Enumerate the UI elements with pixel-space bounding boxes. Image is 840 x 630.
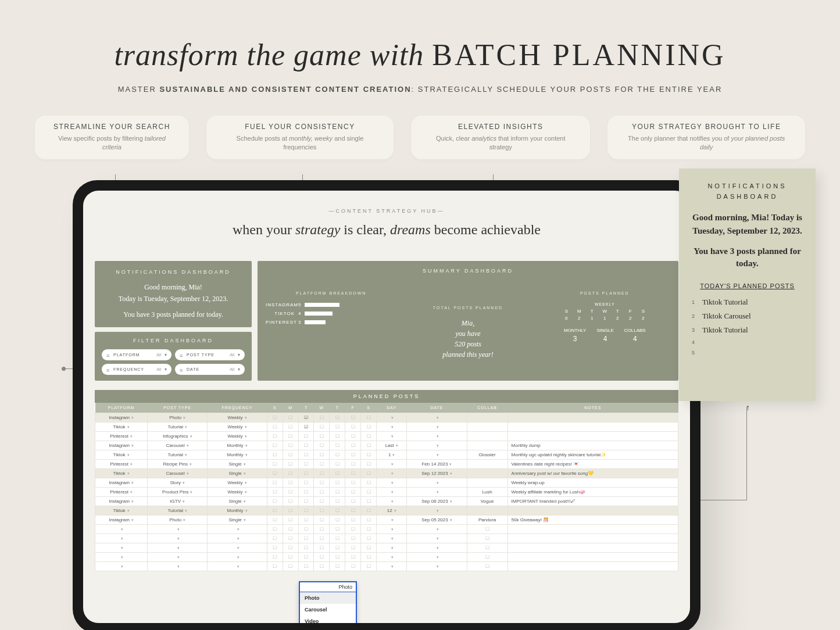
tablet-frame: —CONTENT STRATEGY HUB— when your strateg… (73, 180, 700, 630)
connector-dot (62, 367, 66, 371)
table-row[interactable]: InstagramStoryWeeklyWeekly wrap-up (95, 478, 678, 487)
dropdown-option[interactable]: Video (300, 615, 356, 623)
pill-strategy: YOUR STRATEGY BROUGHT TO LIFE The only p… (607, 116, 805, 159)
hub-label: —CONTENT STRATEGY HUB— (83, 191, 690, 214)
filter-card: FILTER DASHBOARD PLATFORMAll POST TYPEAl… (95, 332, 252, 381)
table-row[interactable]: TiktokTutorialWeekly (95, 422, 678, 431)
col-header: S (361, 403, 377, 413)
col-header: DATE (407, 403, 467, 413)
table-row[interactable]: PinterestInfographicsWeekly (95, 431, 678, 441)
table-row[interactable] (95, 561, 678, 571)
sidepanel-today-header: TODAY'S PLANNED POSTS (689, 282, 805, 289)
filter-platform[interactable]: PLATFORMAll (102, 349, 171, 360)
pill-consistency: FUEL YOUR CONSISTENCY Schedule posts at … (206, 116, 394, 159)
summary-card: SUMMARY DASHBOARD PLATFORM BREAKDOWN INS… (258, 261, 678, 381)
table-row[interactable]: InstagramCarouselMonthlyLastMonthly dump (95, 441, 678, 450)
filter-frequency[interactable]: FREQUENCYAll (102, 364, 171, 375)
notifications-sidepanel: NOTIFICATIONS DASHBOARD Good morning, Mi… (679, 169, 816, 401)
sidepanel-item: 5 (689, 348, 805, 358)
filter-posttype[interactable]: POST TYPEAll (175, 349, 245, 360)
sidepanel-item: 2Tiktok Carousel (689, 309, 805, 323)
col-header: T (298, 403, 314, 413)
posts-planned: POSTS PLANNED WEEKLY SMTWTFS 0211222 MON… (539, 291, 670, 374)
col-header: M (283, 403, 298, 413)
col-header: NOTES (507, 403, 678, 413)
subheadline: MASTER SUSTAINABLE AND CONSISTENT CONTEN… (0, 85, 840, 94)
table-row[interactable]: PinterestProduct PinsWeeklyLushWeekly af… (95, 487, 678, 496)
col-header: COLLAB (467, 403, 507, 413)
col-header: POST TYPE (148, 403, 208, 413)
table-row[interactable] (95, 543, 678, 552)
col-header: W (314, 403, 330, 413)
table-row[interactable]: TiktokCarouselSingleSep 12 2023Anniversa… (95, 468, 678, 478)
arrow-up-icon: ↑ (746, 403, 750, 413)
platform-breakdown: PLATFORM BREAKDOWN INSTAGRAM5 TIKTOK4 PI… (266, 291, 396, 374)
sidepanel-item: 3Tiktok Tutorial (689, 323, 805, 337)
table-row[interactable]: InstagramIGTVSingleSep 08 2023VogueIMPOR… (95, 496, 678, 506)
table-row[interactable] (95, 534, 678, 543)
headline: transform the game with BATCH PLANNING (0, 0, 840, 72)
pill-insights: ELEVATED INSIGHTS Quick, clear analytics… (411, 116, 590, 159)
tablet-screen: —CONTENT STRATEGY HUB— when your strateg… (83, 191, 690, 623)
sidepanel-count: You have 3 posts planned for today. (689, 245, 805, 270)
col-header: T (330, 403, 345, 413)
col-header: F (345, 403, 361, 413)
col-header: S (267, 403, 283, 413)
connector-line (746, 407, 747, 500)
table-row[interactable]: InstagramPhotoSingleSep 05 2023Pandora50… (95, 515, 678, 524)
table-row[interactable]: InstagramPhotoWeekly (95, 413, 678, 422)
planned-posts-table[interactable]: PLATFORMPOST TYPEFREQUENCYSMTWTFSDAYDATE… (95, 403, 678, 571)
pill-search: STREAMLINE YOUR SEARCH View specific pos… (35, 116, 189, 159)
table-row[interactable]: PinterestRecipe PinsSingleFeb 14 2023Val… (95, 459, 678, 468)
notifications-card: NOTIFICATIONS DASHBOARD Good morning, Mi… (95, 261, 252, 327)
total-posts: TOTAL POSTS PLANNED Mia, you have 520 po… (402, 291, 533, 374)
feature-pills: STREAMLINE YOUR SEARCH View specific pos… (0, 116, 840, 159)
col-header: PLATFORM (95, 403, 148, 413)
dropdown-option[interactable]: Photo (300, 592, 356, 604)
sidepanel-item: 1Tiktok Tutorial (689, 295, 805, 309)
dropdown-option[interactable]: Carousel (300, 604, 356, 615)
col-header: FREQUENCY (208, 403, 267, 413)
posttype-dropdown[interactable]: Photo Photo Carousel Video IGTV (299, 581, 357, 623)
col-header: DAY (377, 403, 407, 413)
filter-date[interactable]: DATEAll (175, 364, 245, 375)
table-row[interactable]: TiktokTutorialMonthly1GlossierMonthly ug… (95, 450, 678, 459)
table-row[interactable] (95, 524, 678, 534)
table-row[interactable]: TiktokTutorialMonthly12 (95, 506, 678, 515)
planned-posts-header: PLANNED POSTS (95, 390, 678, 403)
hub-title: when your strategy is clear, dreams beco… (83, 222, 690, 238)
sidepanel-greeting: Good morning, Mia! Today is Tuesday, Sep… (689, 211, 805, 237)
sidepanel-title: NOTIFICATIONS DASHBOARD (689, 181, 805, 202)
table-row[interactable] (95, 552, 678, 561)
sidepanel-item: 4 (689, 337, 805, 348)
